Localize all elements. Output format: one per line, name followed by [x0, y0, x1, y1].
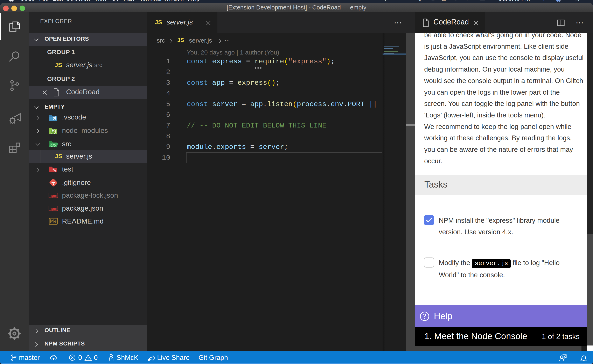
svg-text:npm: npm	[49, 194, 57, 198]
svg-text:JS: JS	[52, 130, 54, 133]
svg-text:npm: npm	[49, 207, 57, 211]
